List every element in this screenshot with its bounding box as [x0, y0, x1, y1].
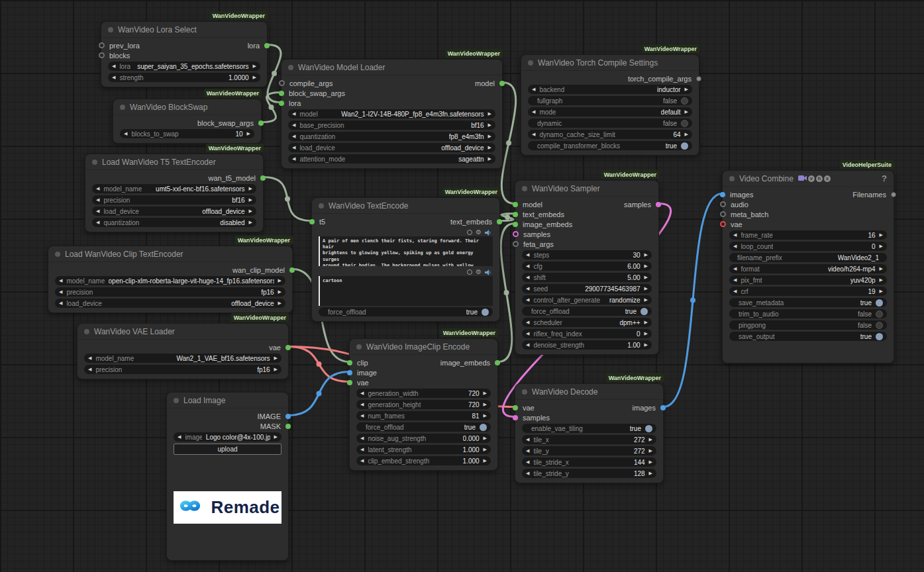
node-video-combine[interactable]: Video Combinevhs?imagesFilenamesaudiomet…: [722, 170, 894, 363]
port-out-MASK[interactable]: [285, 424, 291, 429]
toggle-knob[interactable]: [876, 310, 883, 318]
port-in-meta_batch[interactable]: [720, 211, 726, 217]
increment-arrow-icon[interactable]: ▶: [249, 186, 252, 191]
widget-clip_embed_strength[interactable]: ◀clip_embed_strength1.000▶: [356, 456, 491, 465]
link-midpoint-dot[interactable]: [285, 197, 290, 202]
decrement-arrow-icon[interactable]: ◀: [526, 263, 529, 269]
decrement-arrow-icon[interactable]: ◀: [733, 232, 737, 238]
port-in-text_embeds[interactable]: [513, 212, 518, 217]
upload-button[interactable]: upload: [174, 444, 282, 455]
collapse-dot-icon[interactable]: [84, 329, 89, 334]
positive-prompt[interactable]: A pair of men clench their fists, starin…: [319, 236, 493, 266]
increment-arrow-icon[interactable]: ▶: [249, 209, 252, 214]
node-title-bar[interactable]: WanVideo BlockSwap: [113, 99, 261, 115]
toggle-knob[interactable]: [681, 97, 688, 105]
collapse-dot-icon[interactable]: [356, 344, 362, 350]
widget-noise_aug_strength[interactable]: ◀noise_aug_strength0.000▶: [356, 434, 491, 443]
node-title-bar[interactable]: WanVideo Model Loader: [282, 60, 502, 75]
increment-arrow-icon[interactable]: ▶: [644, 252, 648, 258]
decrement-arrow-icon[interactable]: ◀: [59, 301, 62, 306]
node-textencode[interactable]: WanVideo TextEncodet5text_embeds⚙A pair …: [311, 197, 500, 322]
negative-prompt[interactable]: cartoon: [319, 276, 493, 306]
port-in-images[interactable]: [720, 192, 725, 197]
increment-arrow-icon[interactable]: ▶: [484, 391, 487, 396]
collapse-dot-icon[interactable]: [92, 160, 97, 165]
increment-arrow-icon[interactable]: ▶: [484, 402, 487, 407]
decrement-arrow-icon[interactable]: ◀: [733, 289, 737, 294]
port-out-samples[interactable]: [656, 202, 661, 207]
widget-seed[interactable]: ◀seed290077345463987▶: [522, 284, 652, 293]
port-out-images[interactable]: [660, 405, 666, 410]
widget-strength[interactable]: ◀strength1.0000▶: [108, 73, 260, 82]
gear-icon[interactable]: ⚙: [476, 229, 482, 236]
port-in-clip[interactable]: [347, 360, 352, 365]
link-midpoint-dot[interactable]: [317, 361, 322, 367]
link-midpoint-dot[interactable]: [504, 290, 509, 295]
decrement-arrow-icon[interactable]: ◀: [526, 437, 529, 442]
widget-precision[interactable]: ◀precisionfp16▶: [84, 365, 282, 374]
widget-model_name[interactable]: ◀model_nameopen-clip-xlm-roberta-large-v…: [55, 276, 285, 285]
increment-arrow-icon[interactable]: ▶: [685, 132, 688, 137]
widget-precision[interactable]: ◀precisionbf16▶: [92, 195, 256, 205]
widget-generation_width[interactable]: ◀generation_width720▶: [356, 389, 491, 398]
link-midpoint-dot[interactable]: [690, 298, 695, 303]
toggle-knob[interactable]: [480, 424, 487, 431]
increment-arrow-icon[interactable]: ▶: [644, 297, 648, 303]
decrement-arrow-icon[interactable]: ◀: [733, 277, 737, 283]
decrement-arrow-icon[interactable]: ◀: [178, 434, 181, 440]
widget-enable_vae_tiling[interactable]: enable_vae_tilingtrue: [522, 424, 656, 433]
node-load-image[interactable]: Load ImageIMAGEMASK◀imageLogo color@4x-1…: [166, 392, 289, 561]
port-in-image_embeds[interactable]: [513, 222, 518, 227]
toggle-knob[interactable]: [681, 142, 688, 150]
decrement-arrow-icon[interactable]: ◀: [88, 367, 91, 372]
decrement-arrow-icon[interactable]: ◀: [532, 87, 535, 92]
widget-pingpong[interactable]: pingpongfalse: [729, 320, 887, 330]
widget-fullgraph[interactable]: fullgraphfalse: [528, 96, 692, 105]
toggle-knob[interactable]: [681, 120, 688, 127]
decrement-arrow-icon[interactable]: ◀: [526, 320, 529, 325]
node-title-bar[interactable]: WanVideo VAE Loader: [77, 324, 288, 340]
decrement-arrow-icon[interactable]: ◀: [526, 275, 529, 280]
widget-load_device[interactable]: ◀load_deviceoffload_device▶: [55, 299, 285, 308]
speaker-icon[interactable]: [485, 266, 491, 278]
port-out-IMAGE[interactable]: [285, 414, 291, 419]
toggle-knob[interactable]: [876, 299, 883, 307]
decrement-arrow-icon[interactable]: ◀: [526, 448, 529, 453]
widget-tile_y[interactable]: ◀tile_y272▶: [522, 446, 656, 455]
decrement-arrow-icon[interactable]: ◀: [360, 436, 364, 441]
widget-image[interactable]: ◀imageLogo color@4x-100.jpg▶: [174, 432, 282, 442]
circle-icon[interactable]: [467, 269, 472, 275]
widget-force_offload[interactable]: force_offloadtrue: [522, 307, 652, 316]
increment-arrow-icon[interactable]: ▶: [278, 289, 282, 295]
increment-arrow-icon[interactable]: ▶: [644, 342, 648, 348]
widget-tile_x[interactable]: ◀tile_x272▶: [522, 435, 656, 444]
increment-arrow-icon[interactable]: ▶: [644, 263, 648, 269]
toggle-knob[interactable]: [641, 308, 648, 315]
node-sampler[interactable]: WanVideo Samplermodelsamplestext_embedsi…: [515, 180, 659, 355]
widget-scheduler[interactable]: ◀schedulerdpm++▶: [522, 318, 652, 327]
increment-arrow-icon[interactable]: ▶: [880, 232, 883, 238]
increment-arrow-icon[interactable]: ▶: [880, 277, 883, 283]
widget-mode[interactable]: ◀modedefault▶: [528, 107, 692, 117]
widget-model_name[interactable]: ◀model_nameumt5-xxl-enc-bf16.safetensors…: [92, 184, 256, 193]
increment-arrow-icon[interactable]: ▶: [278, 301, 282, 306]
decrement-arrow-icon[interactable]: ◀: [526, 342, 529, 348]
increment-arrow-icon[interactable]: ▶: [644, 275, 648, 280]
toggle-knob[interactable]: [482, 309, 489, 316]
link-midpoint-dot[interactable]: [506, 140, 511, 146]
decrement-arrow-icon[interactable]: ◀: [88, 356, 91, 361]
collapse-dot-icon[interactable]: [729, 176, 735, 181]
node-title-bar[interactable]: WanVideo TextEncode: [312, 198, 499, 214]
node-t5-encoder[interactable]: Load WanVideo T5 TextEncoderwan_t5_model…: [85, 154, 264, 232]
port-out-image_embeds[interactable]: [495, 360, 500, 365]
port-in-model[interactable]: [513, 202, 518, 207]
increment-arrow-icon[interactable]: ▶: [880, 289, 883, 294]
widget-cfg[interactable]: ◀cfg6.00▶: [522, 262, 652, 271]
collapse-dot-icon[interactable]: [528, 60, 533, 66]
port-out-wan_t5_model[interactable]: [260, 175, 266, 181]
decrement-arrow-icon[interactable]: ◀: [526, 297, 529, 303]
increment-arrow-icon[interactable]: ▶: [644, 331, 648, 336]
increment-arrow-icon[interactable]: ▶: [644, 286, 648, 291]
widget-crf[interactable]: ◀crf19▶: [729, 287, 887, 296]
decrement-arrow-icon[interactable]: ◀: [292, 156, 295, 162]
